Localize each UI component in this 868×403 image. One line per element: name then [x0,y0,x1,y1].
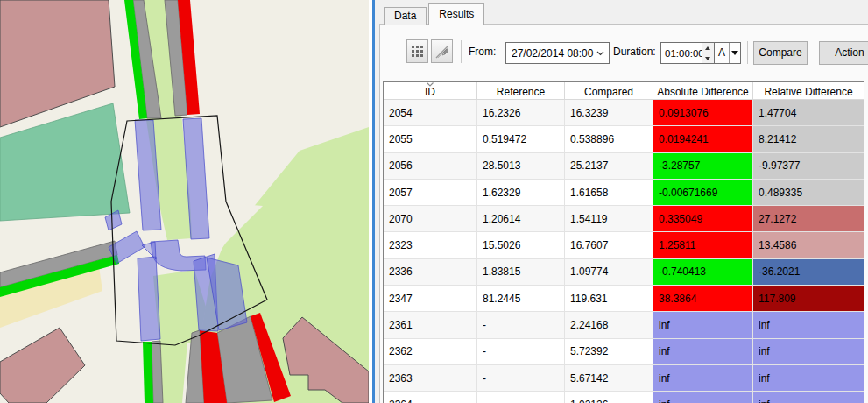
dropdown-arrow-icon[interactable] [729,43,740,63]
cell-reference: 16.2326 [477,100,565,126]
cell-compared: 1.61658 [565,180,653,206]
grid-view-button[interactable] [406,39,428,63]
cell-absolute-difference: 0.0194241 [653,126,753,152]
table-row[interactable]: 2323 15.5026 16.7607 1.25811 13.4586 [384,232,864,258]
spinner-buttons [702,43,714,63]
cell-absolute-difference: inf [653,365,753,392]
cell-absolute-difference: 38.3864 [653,286,753,312]
tab-bar: Data Results [384,3,486,25]
cell-compared: 16.3239 [565,100,653,126]
table-row[interactable]: 2364 - 1.02126 inf inf [384,392,864,403]
cell-id: 2363 [384,365,477,392]
tab-data[interactable]: Data [384,7,427,25]
table-row[interactable]: 2347 81.2445 119.631 38.3864 117.809 [384,286,864,312]
cell-absolute-difference: inf [653,312,753,338]
column-header-id[interactable]: ID [384,82,477,99]
cell-reference: 28.5013 [477,153,565,180]
from-datetime-value: 27/02/2014 08:00 [512,47,593,60]
cell-compared: 2.24168 [565,312,653,338]
cell-compared: 16.7607 [565,232,653,258]
cell-relative-difference: inf [753,312,864,338]
column-header-absolute-difference[interactable]: Absolute Difference [653,82,753,99]
cell-relative-difference: 27.1272 [753,206,864,232]
selected-segment [138,257,160,341]
table-row[interactable]: 2070 1.20614 1.54119 0.335049 27.1272 [384,206,864,232]
cell-reference: 81.2445 [477,286,565,312]
cell-relative-difference: 1.47704 [753,100,864,126]
cell-relative-difference: -36.2021 [753,259,864,286]
cell-id: 2070 [384,206,477,232]
cell-absolute-difference: -3.28757 [653,153,753,180]
cell-relative-difference: 117.809 [753,286,864,312]
cell-reference: 15.5026 [477,232,565,258]
table-body: 2054 16.2326 16.3239 0.0913076 1.47704 2… [384,100,864,403]
duration-value: 01:00:00 [665,48,704,59]
cell-id: 2362 [384,339,477,365]
cell-reference: - [477,365,565,392]
cell-reference: 0.519472 [477,126,565,152]
cell-relative-difference: 8.21412 [753,126,864,152]
cell-id: 2055 [384,126,477,152]
cell-relative-difference: inf [753,365,864,392]
cell-relative-difference: 0.489335 [753,180,864,206]
cell-id: 2054 [384,100,477,126]
table-row[interactable]: 2055 0.519472 0.538896 0.0194241 8.21412 [384,126,864,152]
cell-compared: 119.631 [565,286,653,312]
cell-compared: 5.67142 [565,365,653,392]
cell-reference: 1.20614 [477,206,565,232]
table-row[interactable]: 2336 1.83815 1.09774 -0.740413 -36.2021 [384,259,864,286]
cell-reference: - [477,339,565,365]
mode-dropdown-button[interactable]: A [714,42,741,64]
cell-absolute-difference: -0.00671669 [653,180,753,206]
toolbar-separator [461,40,462,63]
table-row[interactable]: 2054 16.2326 16.3239 0.0913076 1.47704 [384,100,864,126]
map-view[interactable] [0,0,369,403]
results-panel: Data Results From: 27/02/2014 08:00 Dura… [375,0,868,403]
cell-id: 2347 [384,286,477,312]
map-canvas [0,0,369,403]
compare-button[interactable]: Compare [753,41,808,65]
cell-reference: - [477,312,565,338]
cell-absolute-difference: 0.0913076 [653,100,753,126]
column-header-relative-difference[interactable]: Relative Difference [753,82,864,99]
table-header: ID Reference Compared Absolute Differenc… [384,82,864,100]
cell-id: 2364 [384,392,477,403]
cell-relative-difference: inf [753,339,864,365]
cell-compared: 1.02126 [565,392,653,403]
table-row[interactable]: 2056 28.5013 25.2137 -3.28757 -9.97377 [384,153,864,180]
duration-spinbox[interactable]: 01:00:00 [660,42,715,64]
cell-absolute-difference: inf [653,392,753,403]
table-row[interactable]: 2057 1.62329 1.61658 -0.00671669 0.48933… [384,180,864,206]
from-label: From: [469,46,496,58]
cell-id: 2323 [384,232,477,258]
mode-value: A [715,43,729,63]
cell-compared: 0.538896 [565,126,653,152]
cell-absolute-difference: -0.740413 [653,259,753,286]
cell-id: 2057 [384,180,477,206]
cell-compared: 1.09774 [565,259,653,286]
table-row[interactable]: 2362 - 5.72392 inf inf [384,339,864,365]
cell-reference: 1.62329 [477,180,565,206]
pencil-line-icon [435,45,449,59]
spin-up-button[interactable] [702,43,714,53]
table-row[interactable]: 2363 - 5.67142 inf inf [384,365,864,392]
cell-relative-difference: -9.97377 [753,153,864,180]
from-datetime-combo[interactable]: 27/02/2014 08:00 [505,42,610,64]
action-button[interactable]: Action [819,41,868,65]
results-table: ID Reference Compared Absolute Differenc… [383,81,864,403]
spin-down-button[interactable] [702,53,714,63]
cell-relative-difference: inf [753,392,864,403]
chevron-down-icon [596,51,609,56]
toolbar-separator [747,41,748,64]
cell-id: 2056 [384,153,477,180]
cell-relative-difference: 13.4586 [753,232,864,258]
plot-draw-button[interactable] [431,39,453,63]
tab-results[interactable]: Results [428,3,484,25]
cell-compared: 25.2137 [565,153,653,180]
cell-compared: 1.54119 [565,206,653,232]
column-header-reference[interactable]: Reference [477,82,565,99]
sort-indicator-icon [427,82,434,87]
cell-absolute-difference: 0.335049 [653,206,753,232]
table-row[interactable]: 2361 - 2.24168 inf inf [384,312,864,338]
column-header-compared[interactable]: Compared [565,82,653,99]
